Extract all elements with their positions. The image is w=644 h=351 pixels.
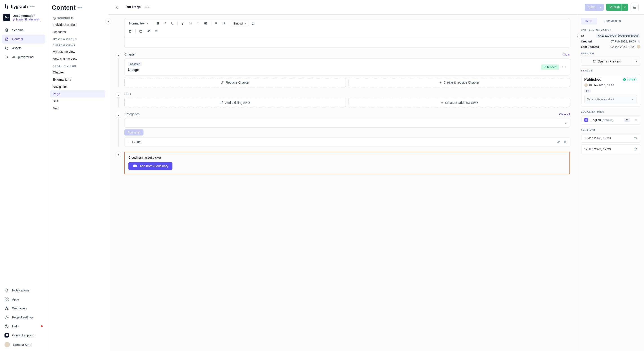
add-to-list-button[interactable]: Add to list	[124, 129, 144, 136]
collapse-info-panel-button[interactable]: »	[577, 33, 580, 39]
nav-releases[interactable]: Releases	[50, 28, 105, 36]
rte-clipboard-button[interactable]	[127, 28, 134, 34]
nav-contact-support[interactable]: Contact support	[2, 331, 45, 340]
rte-edit-button[interactable]	[145, 28, 152, 34]
save-dropdown-button[interactable]	[597, 4, 604, 11]
localizations-label: LOCALIZATIONS	[581, 110, 640, 113]
add-from-cloudinary-button[interactable]: Add from Cloudinary	[128, 162, 172, 170]
tab-info[interactable]: INFO	[581, 18, 597, 25]
chapter-reference-card[interactable]: Chapter Usage Published •••	[124, 59, 570, 76]
rte-code-button[interactable]	[195, 21, 202, 26]
tab-comments[interactable]: COMMENTS	[599, 18, 626, 25]
project-selector[interactable]: Do Documentation Master Environment	[0, 12, 47, 24]
rte-underline-button[interactable]: U	[169, 20, 176, 27]
field-collapse-chapter[interactable]: ▾	[116, 53, 121, 58]
clear-all-categories-link[interactable]: Clear all	[559, 113, 570, 116]
nav-assets[interactable]: Assets	[2, 44, 45, 53]
publish-button[interactable]: Publish	[606, 4, 624, 11]
chapter-card-menu-icon[interactable]: •••	[562, 65, 566, 69]
nav-model-page[interactable]: Page	[50, 90, 105, 98]
nav-help[interactable]: Help	[2, 322, 45, 331]
open-preview-button[interactable]: Open in Preview	[581, 57, 632, 66]
rte-table-button[interactable]	[153, 28, 160, 34]
nav-individual-entries[interactable]: Individual entries	[50, 21, 105, 28]
rte-quote-button[interactable]	[187, 21, 194, 26]
svg-point-8	[6, 317, 8, 318]
publish-dropdown-button[interactable]	[621, 4, 628, 11]
replace-chapter-button[interactable]: Replace Chapter	[124, 78, 346, 87]
plus-icon	[440, 101, 443, 104]
create-replace-chapter-button[interactable]: Create & replace Chapter	[348, 78, 570, 87]
code-icon	[196, 22, 200, 25]
rte-embed-button[interactable]: Embed	[231, 21, 249, 26]
edit-category-button[interactable]	[557, 140, 560, 144]
list-ol-icon: 123	[222, 22, 226, 25]
sync-draft-button[interactable]: Sync with latest draft	[584, 95, 637, 103]
rte-bold-button[interactable]: B	[155, 20, 161, 27]
svg-rect-11	[633, 6, 636, 8]
rte-ol-button[interactable]: 123	[220, 21, 227, 26]
field-collapse-categories[interactable]: ▾	[116, 113, 121, 118]
nav-schema[interactable]: Schema	[2, 26, 45, 35]
image-icon	[204, 22, 207, 25]
rte-fullscreen-button[interactable]	[250, 21, 256, 26]
link-icon	[181, 22, 184, 25]
nav-notifications[interactable]: Notifications	[2, 286, 45, 295]
editor-title-menu-icon[interactable]: •••	[144, 5, 150, 10]
nav-webhooks[interactable]: Webhooks	[2, 304, 45, 313]
content-title-menu-icon[interactable]: •••	[78, 6, 83, 10]
project-badge: Do	[3, 14, 10, 21]
nav-my-custom-view[interactable]: My custom view	[50, 48, 105, 55]
chevron-down-icon	[599, 6, 602, 8]
delete-locale-button[interactable]	[634, 118, 638, 122]
nav-new-custom-view[interactable]: New custom view	[50, 55, 105, 63]
visibility-icon[interactable]	[584, 118, 588, 122]
brand-menu-icon[interactable]: •••	[30, 4, 35, 9]
main-sidebar: hygraph ••• Do Documentation Master Envi…	[0, 0, 48, 351]
nav-content[interactable]: Content	[2, 35, 45, 44]
stage-name: Published	[584, 78, 601, 82]
nav-model-chapter[interactable]: Chapter	[50, 69, 105, 76]
drag-handle-icon[interactable]: ⠿	[127, 140, 130, 144]
rte-content-area[interactable]	[124, 36, 570, 48]
nav-apps[interactable]: Apps	[2, 295, 45, 304]
chevron-down-icon	[564, 122, 567, 124]
preview-dropdown-button[interactable]	[632, 57, 640, 66]
nav-user-profile[interactable]: Romina Soto	[2, 340, 45, 350]
user-icon	[637, 40, 640, 43]
create-new-seo-button[interactable]: Create & add new SEO	[348, 98, 570, 107]
seo-field-label: SEO	[124, 92, 570, 96]
rte-link-button[interactable]	[180, 21, 186, 26]
layout-toggle-button[interactable]	[630, 3, 638, 11]
nav-project-settings[interactable]: Project settings	[2, 313, 45, 322]
svg-point-6	[5, 309, 6, 310]
version-row-1[interactable]: 02 Jan 2023, 12:23	[581, 133, 640, 143]
back-button[interactable]	[114, 4, 121, 11]
expand-icon	[252, 22, 255, 25]
delete-category-button[interactable]	[564, 140, 567, 144]
rte-italic-button[interactable]: I	[162, 20, 168, 27]
form-column: Normal text B I U 123	[108, 15, 577, 351]
nav-model-navigation[interactable]: Navigation	[50, 83, 105, 90]
svg-rect-4	[7, 300, 8, 301]
clear-chapter-link[interactable]: Clear	[563, 53, 570, 56]
field-collapse-cloudinary[interactable]: ▾	[116, 152, 121, 157]
version-row-2[interactable]: 02 Jan 2023, 12:20	[581, 145, 640, 154]
add-existing-seo-button[interactable]: Add existing SEO	[124, 98, 346, 107]
field-collapse-seo[interactable]: ▾	[116, 93, 121, 98]
notification-dot-icon	[41, 325, 43, 327]
collapse-content-sidebar-button[interactable]: «	[105, 18, 112, 24]
rte-image-button[interactable]	[202, 21, 209, 26]
nav-model-seo[interactable]: SEO	[50, 98, 105, 105]
entry-info-label: ENTRY INFORMATION	[581, 29, 640, 31]
nav-model-external-link[interactable]: External Link	[50, 76, 105, 83]
rte-calendar-button[interactable]	[138, 28, 144, 34]
rte-ul-button[interactable]	[213, 21, 220, 26]
calendar-icon	[139, 30, 142, 33]
nav-api-playground[interactable]: API playground	[2, 53, 45, 62]
categories-select[interactable]	[124, 118, 570, 128]
nav-model-test[interactable]: Test	[50, 105, 105, 112]
svg-point-25	[638, 41, 640, 42]
rte-text-style-select[interactable]: Normal text	[127, 20, 151, 27]
entry-id-value[interactable]: ckzd8xug0q8ni0c601qc68208	[596, 34, 640, 38]
